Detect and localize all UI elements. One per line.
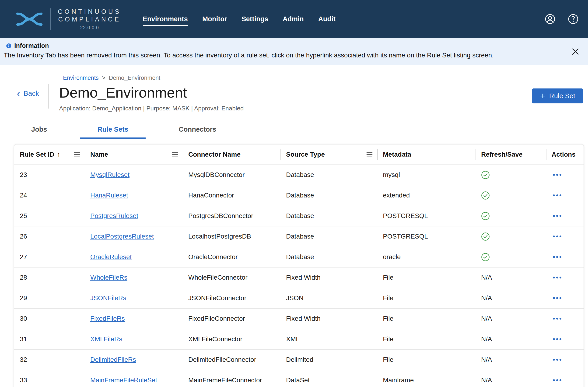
rule-set-name-cell: FixedFileRs [85, 308, 183, 329]
metadata-cell: File [377, 329, 476, 349]
refresh-save-cell [476, 247, 546, 267]
metadata-cell: File [377, 288, 476, 308]
connector-name-cell: FixedFileConnector [183, 308, 280, 329]
rule-set-name-link[interactable]: HanaRuleset [90, 192, 128, 199]
source-type-cell: Fixed Width [280, 267, 377, 288]
actions-cell [546, 349, 584, 370]
rule-set-name-link[interactable]: LocalPostgresRuleset [90, 233, 154, 240]
rule-set-name-cell: JSONFileRs [85, 288, 183, 308]
help-icon[interactable] [568, 14, 579, 24]
rule-set-id-cell: 24 [14, 185, 85, 206]
rule-set-name-link[interactable]: WholeFileRs [90, 274, 127, 281]
row-actions-button[interactable] [552, 315, 563, 322]
rule-set-name-link[interactable]: JSONFileRs [90, 294, 126, 301]
connector-name-cell: XMLFileConnector [183, 329, 280, 349]
column-header-source-type[interactable]: Source Type [280, 145, 377, 165]
back-label: Back [23, 89, 39, 97]
rule-set-name-cell: MysqlRuleset [85, 165, 183, 185]
row-actions-button[interactable] [552, 295, 563, 301]
nav-item-admin[interactable]: Admin [283, 15, 304, 26]
info-banner: Information The Inventory Tab has been r… [0, 38, 588, 65]
tab-rule-sets[interactable]: Rule Sets [80, 122, 146, 139]
nav-item-settings[interactable]: Settings [242, 15, 268, 26]
close-icon[interactable] [571, 47, 580, 56]
rule-set-id-cell: 26 [14, 226, 85, 247]
source-type-cell: Database [280, 185, 377, 206]
table-row: 26 LocalPostgresRuleset LocalhostPostgre… [14, 226, 584, 247]
rule-set-name-link[interactable]: PostgresRuleset [90, 212, 138, 219]
column-menu-icon[interactable] [74, 152, 80, 157]
rule-set-name-link[interactable]: MainFrameFileRuleSet [90, 376, 157, 384]
add-rule-set-button[interactable]: + Rule Set [532, 88, 583, 103]
column-header-connector-name[interactable]: Connector Name [183, 145, 280, 165]
refresh-save-cell [476, 226, 546, 247]
connector-name-cell: OracleConnector [183, 247, 280, 267]
source-type-cell: JSON [280, 288, 377, 308]
breadcrumb: Environments > Demo_Environment [63, 74, 588, 82]
row-actions-button[interactable] [552, 336, 563, 343]
row-actions-button[interactable] [552, 356, 563, 363]
connector-name-cell: PostgresDBConnector [183, 206, 280, 226]
column-header-actions: Actions [546, 145, 584, 165]
row-actions-button[interactable] [552, 274, 563, 281]
brand-line-1: CONTINUOUS [58, 8, 121, 16]
refresh-success-icon [481, 232, 490, 241]
back-button[interactable]: ‹ Back [17, 89, 39, 97]
rule-set-id-cell: 33 [14, 370, 85, 387]
source-type-cell: DataSet [280, 370, 377, 387]
chevron-left-icon: ‹ [17, 90, 20, 97]
actions-cell [546, 308, 584, 329]
column-header-name[interactable]: Name [85, 145, 183, 165]
actions-cell [546, 226, 584, 247]
breadcrumb-link-environments[interactable]: Environments [63, 74, 99, 81]
column-menu-icon[interactable] [366, 152, 373, 157]
rule-set-name-link[interactable]: OracleRuleset [90, 253, 132, 260]
metadata-cell: File [377, 349, 476, 370]
actions-cell [546, 329, 584, 349]
rule-set-id-cell: 23 [14, 165, 85, 185]
row-actions-button[interactable] [552, 192, 563, 199]
rule-set-name-link[interactable]: XMLFileRs [90, 335, 122, 343]
rule-set-id-cell: 27 [14, 247, 85, 267]
tab-bar: Jobs Rule Sets Connectors [14, 122, 588, 139]
refresh-save-cell: N/A [476, 308, 546, 329]
connector-name-cell: WholeFileConnector [183, 267, 280, 288]
row-actions-button[interactable] [552, 233, 563, 240]
brand-divider [50, 8, 51, 30]
nav-item-monitor[interactable]: Monitor [202, 15, 227, 26]
tab-jobs[interactable]: Jobs [14, 122, 64, 139]
column-header-rule-set-id[interactable]: Rule Set ID ↑ [14, 145, 85, 165]
actions-cell [546, 288, 584, 308]
column-menu-icon[interactable] [172, 152, 178, 157]
nav-item-environments[interactable]: Environments [143, 15, 188, 26]
metadata-cell: POSTGRESQL [377, 226, 476, 247]
connector-name-cell: JSONFileConnector [183, 288, 280, 308]
row-actions-button[interactable] [552, 172, 563, 178]
row-actions-button[interactable] [552, 377, 563, 384]
table-row: 24 HanaRuleset HanaConnector Database ex… [14, 185, 584, 206]
actions-cell [546, 247, 584, 267]
page-header: ‹ Back Demo_Environment Application: Dem… [0, 84, 588, 112]
nav-item-audit[interactable]: Audit [318, 15, 336, 26]
user-avatar-icon[interactable] [545, 14, 556, 24]
rule-set-name-link[interactable]: MysqlRuleset [90, 171, 129, 178]
sort-ascending-icon[interactable]: ↑ [57, 151, 61, 158]
tab-connectors[interactable]: Connectors [162, 122, 233, 139]
metadata-cell: File [377, 308, 476, 329]
column-header-metadata[interactable]: Metadata [377, 145, 476, 165]
rule-set-name-link[interactable]: DelimitedFileRs [90, 356, 136, 363]
table-row: 28 WholeFileRs WholeFileConnector Fixed … [14, 267, 584, 288]
metadata-cell: File [377, 267, 476, 288]
rule-set-name-cell: WholeFileRs [85, 267, 183, 288]
refresh-success-icon [481, 191, 490, 200]
plus-icon: + [540, 91, 545, 101]
source-type-cell: Database [280, 206, 377, 226]
refresh-success-icon [481, 253, 490, 261]
row-actions-button[interactable] [552, 254, 563, 260]
rule-set-name-link[interactable]: FixedFileRs [90, 315, 125, 322]
banner-message: The Inventory Tab has been removed from … [4, 52, 562, 59]
rule-set-id-cell: 28 [14, 267, 85, 288]
table-header-row: Rule Set ID ↑ Name Connector Name [14, 145, 584, 165]
column-header-refresh-save[interactable]: Refresh/Save [476, 145, 546, 165]
row-actions-button[interactable] [552, 213, 563, 219]
